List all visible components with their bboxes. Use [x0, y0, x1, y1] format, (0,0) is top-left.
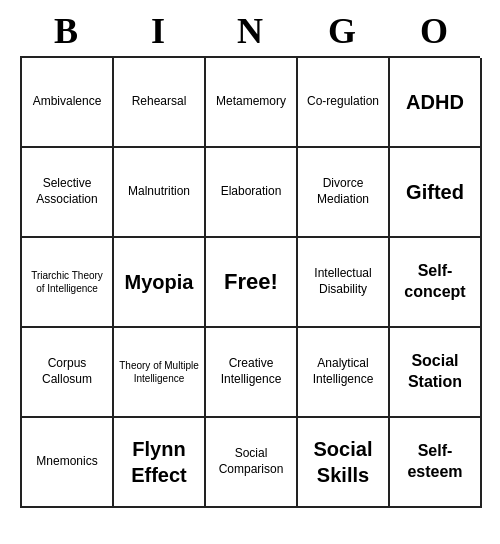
bingo-header-letter: B: [20, 10, 112, 52]
bingo-cell-12: Free!: [206, 238, 298, 328]
bingo-cell-3: Co-regulation: [298, 58, 390, 148]
bingo-cell-14: Self-concept: [390, 238, 482, 328]
bingo-cell-11: Myopia: [114, 238, 206, 328]
bingo-cell-4: ADHD: [390, 58, 482, 148]
bingo-header-letter: O: [388, 10, 480, 52]
bingo-cell-13: Intellectual Disability: [298, 238, 390, 328]
bingo-cell-17: Creative Intelligence: [206, 328, 298, 418]
bingo-grid: AmbivalenceRehearsalMetamemoryCo-regulat…: [20, 56, 480, 508]
bingo-cell-15: Corpus Callosum: [22, 328, 114, 418]
bingo-cell-20: Mnemonics: [22, 418, 114, 508]
bingo-cell-8: Divorce Mediation: [298, 148, 390, 238]
bingo-cell-0: Ambivalence: [22, 58, 114, 148]
bingo-cell-5: Selective Association: [22, 148, 114, 238]
bingo-header-letter: I: [112, 10, 204, 52]
bingo-cell-16: Theory of Multiple Intelligence: [114, 328, 206, 418]
bingo-cell-1: Rehearsal: [114, 58, 206, 148]
bingo-cell-19: Social Station: [390, 328, 482, 418]
bingo-cell-10: Triarchic Theory of Intelligence: [22, 238, 114, 328]
bingo-cell-6: Malnutrition: [114, 148, 206, 238]
bingo-cell-21: Flynn Effect: [114, 418, 206, 508]
bingo-header: BINGO: [20, 0, 480, 56]
bingo-header-letter: N: [204, 10, 296, 52]
bingo-cell-22: Social Comparison: [206, 418, 298, 508]
bingo-cell-7: Elaboration: [206, 148, 298, 238]
bingo-cell-9: Gifted: [390, 148, 482, 238]
bingo-cell-18: Analytical Intelligence: [298, 328, 390, 418]
bingo-cell-2: Metamemory: [206, 58, 298, 148]
bingo-cell-23: Social Skills: [298, 418, 390, 508]
bingo-cell-24: Self-esteem: [390, 418, 482, 508]
bingo-header-letter: G: [296, 10, 388, 52]
